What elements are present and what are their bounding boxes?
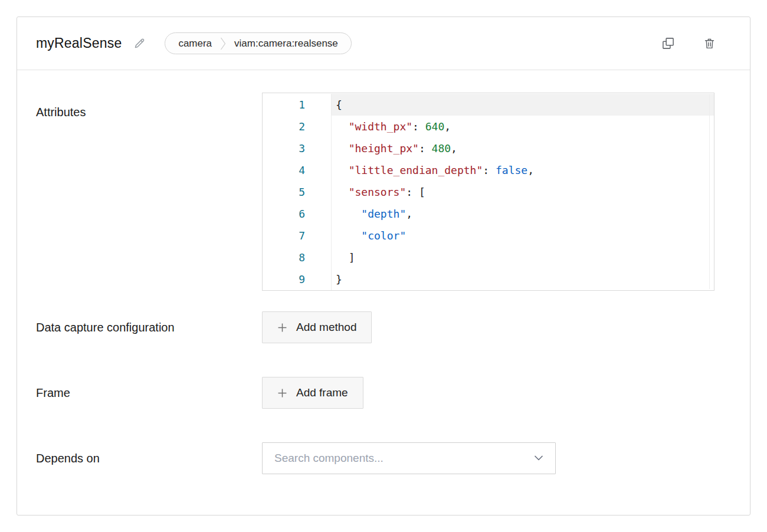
code-text: {: [331, 94, 714, 116]
code-text: }: [331, 268, 714, 290]
component-body: Attributes 1{2 "width_px": 640,3 "height…: [17, 70, 750, 474]
code-line[interactable]: 8 ]: [263, 247, 714, 268]
trash-icon: [703, 37, 716, 50]
chip-category: camera: [165, 38, 220, 50]
line-number: 6: [263, 203, 305, 225]
frame-row: Frame Add frame: [36, 377, 731, 409]
add-method-label: Add method: [296, 321, 356, 334]
line-number: 8: [263, 247, 305, 268]
line-number: 5: [263, 181, 305, 203]
line-number: 4: [263, 159, 305, 181]
attributes-label: Attributes: [36, 93, 262, 124]
data-capture-row: Data capture configuration Add method: [36, 311, 731, 343]
component-name: myRealSense: [36, 35, 122, 51]
chip-model: viam:camera:realsense: [226, 38, 351, 50]
pencil-icon: [133, 37, 146, 50]
code-text: ]: [331, 247, 714, 268]
code-text: "sensors": [: [331, 181, 714, 203]
depends-on-select[interactable]: Search components...: [262, 442, 556, 474]
duplicate-button[interactable]: [660, 35, 676, 51]
line-number: 9: [263, 268, 305, 290]
chevron-down-icon: [534, 455, 543, 461]
component-type-chip: camera viam:camera:realsense: [165, 32, 351, 54]
line-number: 1: [263, 94, 305, 116]
line-number: 2: [263, 116, 305, 137]
attributes-code-editor[interactable]: 1{2 "width_px": 640,3 "height_px": 480,4…: [262, 93, 714, 291]
delete-button[interactable]: [702, 35, 717, 51]
data-capture-label: Data capture configuration: [36, 311, 262, 339]
attributes-row: Attributes 1{2 "width_px": 640,3 "height…: [36, 93, 731, 291]
edit-name-button[interactable]: [132, 36, 147, 51]
frame-label: Frame: [36, 377, 262, 405]
add-frame-label: Add frame: [296, 386, 348, 399]
depends-on-label: Depends on: [36, 442, 262, 470]
code-line[interactable]: 6 "depth",: [263, 203, 714, 225]
chevron-right-icon: [220, 37, 226, 51]
code-line[interactable]: 1{: [263, 94, 714, 116]
code-line[interactable]: 7 "color": [263, 225, 714, 247]
code-lines: 1{2 "width_px": 640,3 "height_px": 480,4…: [263, 94, 714, 290]
code-line[interactable]: 9}: [263, 268, 714, 290]
line-number: 3: [263, 137, 305, 159]
code-line[interactable]: 4 "little_endian_depth": false,: [263, 159, 714, 181]
header-actions: [660, 35, 717, 51]
depends-on-row: Depends on Search components...: [36, 442, 731, 474]
code-text: "color": [331, 225, 714, 247]
code-text: "little_endian_depth": false,: [331, 159, 714, 181]
add-frame-button[interactable]: Add frame: [262, 377, 363, 409]
component-card: myRealSense camera viam:camera:realsense: [17, 17, 750, 515]
component-header: myRealSense camera viam:camera:realsense: [17, 17, 750, 70]
code-line[interactable]: 5 "sensors": [: [263, 181, 714, 203]
code-line[interactable]: 2 "width_px": 640,: [263, 116, 714, 137]
plus-icon: [277, 323, 287, 333]
code-text: "depth",: [331, 203, 714, 225]
depends-on-placeholder: Search components...: [274, 452, 534, 465]
plus-icon: [277, 388, 287, 398]
add-method-button[interactable]: Add method: [262, 311, 372, 343]
code-line[interactable]: 3 "height_px": 480,: [263, 137, 714, 159]
code-text: "width_px": 640,: [331, 116, 714, 137]
code-text: "height_px": 480,: [331, 137, 714, 159]
duplicate-icon: [661, 37, 675, 50]
line-number: 7: [263, 225, 305, 247]
